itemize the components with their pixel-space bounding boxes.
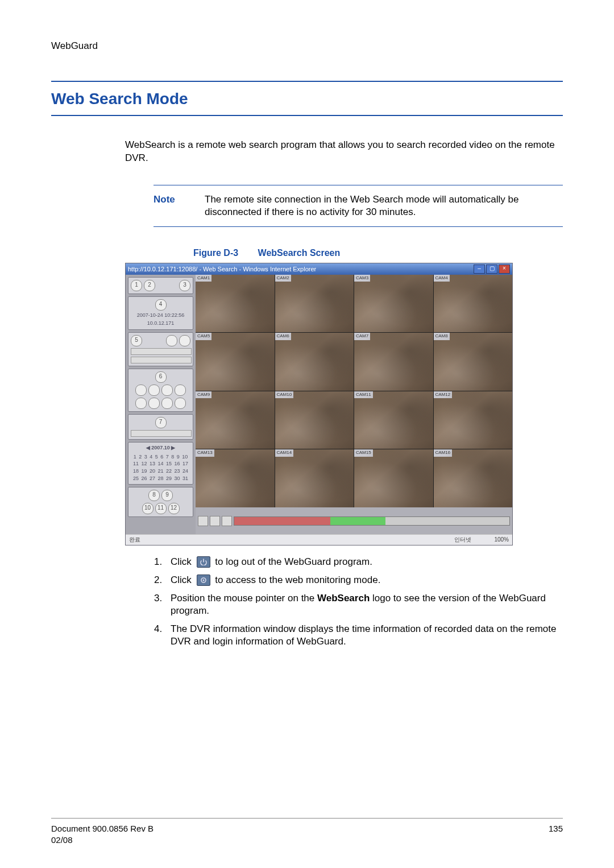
step-bold: WebSearch [317, 593, 370, 604]
camera-tile[interactable]: CAM10 [275, 391, 354, 449]
monitor-icon[interactable]: 2 [144, 280, 155, 291]
camera-tile[interactable]: CAM4 [434, 275, 513, 333]
camera-tile[interactable]: CAM1 [196, 275, 275, 333]
camera-label: CAM3 [354, 275, 370, 282]
close-button[interactable]: × [499, 264, 510, 274]
info-icon[interactable]: 4 [155, 299, 167, 311]
info-datetime: 2007-10-24 10:22:56 [131, 312, 190, 319]
layout-8-icon[interactable] [175, 398, 186, 409]
camera-label: CAM14 [275, 449, 294, 456]
tool-b-icon[interactable] [179, 335, 190, 346]
camera-label: CAM8 [434, 333, 450, 340]
list-item: Click to access to the web monitoring mo… [165, 574, 563, 586]
websearch-screenshot: http://10.0.12.171:12088/ - Web Search -… [125, 263, 513, 545]
note-block: Note The remote site connection in the W… [154, 185, 563, 227]
note-label: Note [154, 193, 205, 218]
camera-label: CAM5 [196, 333, 211, 340]
camera-tile[interactable]: CAM15 [354, 449, 433, 507]
control-sidebar: 1 2 3 4 2007-10-24 10:22:56 10.0.12.171 [126, 275, 196, 535]
tool-11-icon[interactable]: 11 [155, 503, 167, 514]
camera-tile[interactable]: CAM8 [434, 333, 513, 391]
maximize-button[interactable]: ▢ [486, 264, 497, 274]
calendar-days[interactable]: 1 2 3 4 5 6 7 8 9 10 11 12 13 14 15 16 1… [131, 453, 190, 482]
footer-doc: Document 900.0856 Rev B [51, 823, 154, 834]
note-rule-bottom [154, 226, 563, 227]
step-text: Click [171, 556, 192, 567]
minimize-button[interactable]: – [474, 264, 485, 274]
playback-slider[interactable] [131, 430, 192, 437]
tool-8-icon[interactable]: 8 [148, 490, 160, 501]
window-titlebar: http://10.0.12.171:12088/ - Web Search -… [126, 263, 512, 275]
tool-12-icon[interactable]: 12 [168, 503, 180, 514]
camera-label: CAM10 [275, 391, 294, 398]
camera-tile[interactable]: CAM7 [354, 333, 433, 391]
status-internet: 인터넷 [454, 536, 471, 543]
camera-label: CAM13 [196, 449, 214, 456]
camera-tile[interactable]: CAM3 [354, 275, 433, 333]
layout-5-icon[interactable] [135, 398, 147, 409]
list-item: Position the mouse pointer on the WebSea… [165, 592, 563, 617]
footer-page-number: 135 [549, 823, 563, 845]
step-text: to access to the web monitoring mode. [215, 574, 380, 585]
panel-7-icon[interactable]: 7 [155, 417, 167, 428]
status-left: 완료 [129, 536, 140, 543]
camera-label: CAM11 [354, 391, 373, 398]
camera-tile[interactable]: CAM13 [196, 449, 275, 507]
layout-2-icon[interactable] [148, 385, 160, 396]
timeline-track[interactable] [234, 516, 510, 526]
logout-button-icon [197, 556, 210, 568]
figure-caption: Figure D-3 WebSearch Screen [193, 247, 563, 259]
camera-tile[interactable]: CAM16 [434, 449, 513, 507]
calendar-month: 2007.10 [151, 445, 170, 450]
slider-a[interactable] [131, 348, 192, 355]
step-text: Click [171, 574, 192, 585]
camera-label: CAM9 [196, 391, 211, 398]
info-ip: 10.0.12.171 [131, 320, 190, 327]
window-title: http://10.0.12.171:12088/ - Web Search -… [128, 265, 316, 273]
footer-date: 02/08 [51, 834, 154, 846]
layout-7-icon[interactable] [161, 398, 173, 409]
camera-tile[interactable]: CAM5 [196, 333, 275, 391]
slider-b[interactable] [131, 357, 192, 363]
camera-label: CAM1 [196, 275, 211, 282]
page-footer: Document 900.0856 Rev B 02/08 135 [51, 818, 563, 845]
camera-tile[interactable]: CAM9 [196, 391, 275, 449]
layout-1-icon[interactable] [135, 385, 147, 396]
list-item: Click to log out of the WebGuard program… [165, 556, 563, 568]
playback-next-icon[interactable] [222, 516, 232, 526]
camera-tile[interactable]: CAM12 [434, 391, 513, 449]
camera-label: CAM2 [275, 275, 291, 282]
section-title: Web Search Mode [51, 89, 563, 109]
playback-prev-icon[interactable] [198, 516, 208, 526]
tool-9-icon[interactable]: 9 [161, 490, 173, 501]
instruction-list: Click to log out of the WebGuard program… [125, 556, 563, 648]
logo-icon[interactable]: 3 [179, 280, 190, 291]
section-rule-top [51, 81, 563, 82]
camera-tile[interactable]: CAM14 [275, 449, 354, 507]
logout-icon[interactable]: 1 [131, 280, 142, 291]
figure-number: Figure D-3 [193, 248, 238, 258]
layout-4-icon[interactable] [175, 385, 186, 396]
camera-tile[interactable]: CAM6 [275, 333, 354, 391]
tool-10-icon[interactable]: 10 [142, 503, 154, 514]
camera-label: CAM6 [275, 333, 291, 340]
camera-tile[interactable]: CAM2 [275, 275, 354, 333]
layout-6-icon[interactable] [148, 398, 160, 409]
step-text: Position the mouse pointer on the [171, 593, 317, 604]
camera-label: CAM12 [434, 391, 453, 398]
list-item: The DVR information window displays the … [165, 623, 563, 648]
panel-5-icon[interactable]: 5 [131, 335, 142, 346]
calendar-panel: ◀ 2007.10 ▶ 1 2 3 4 5 6 7 8 9 10 11 12 1… [128, 442, 193, 485]
section-rule-bottom [51, 115, 563, 116]
playback-play-icon[interactable] [210, 516, 220, 526]
monitor-mode-button-icon [197, 574, 210, 586]
tool-a-icon[interactable] [166, 335, 177, 346]
camera-label: CAM16 [434, 449, 453, 456]
panel-6-icon[interactable]: 6 [155, 371, 167, 383]
step-text: The DVR information window displays the … [171, 623, 556, 647]
camera-label: CAM7 [354, 333, 370, 340]
camera-tile[interactable]: CAM11 [354, 391, 433, 449]
layout-3-icon[interactable] [161, 385, 173, 396]
step-text: to log out of the WebGuard program. [215, 556, 372, 567]
camera-grid: CAM1 CAM2 CAM3 CAM4 CAM5 CAM6 CAM7 CAM8 … [196, 275, 512, 507]
